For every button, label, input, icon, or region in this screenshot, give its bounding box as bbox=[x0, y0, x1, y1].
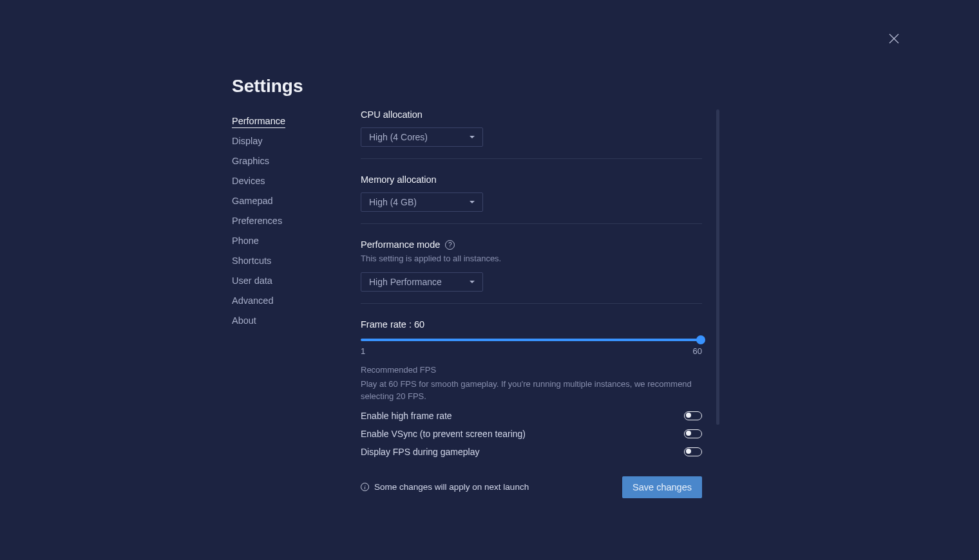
frame-rate-hint-text: Play at 60 FPS for smooth gameplay. If y… bbox=[361, 378, 702, 403]
frame-rate-min: 1 bbox=[361, 346, 365, 356]
frame-rate-slider[interactable] bbox=[361, 339, 702, 341]
frame-rate-slider-thumb[interactable] bbox=[696, 335, 705, 344]
toggle-vsync-label: Enable VSync (to prevent screen tearing) bbox=[361, 429, 526, 439]
toggle-vsync[interactable] bbox=[684, 429, 702, 438]
help-icon[interactable]: ? bbox=[445, 240, 455, 250]
sidebar-item-display[interactable]: Display bbox=[232, 131, 361, 151]
sidebar-item-gamepad[interactable]: Gamepad bbox=[232, 191, 361, 211]
performance-mode-value: High Performance bbox=[369, 277, 442, 287]
cpu-allocation-value: High (4 Cores) bbox=[369, 132, 428, 142]
scrollbar[interactable] bbox=[716, 109, 719, 425]
sidebar-item-preferences[interactable]: Preferences bbox=[232, 211, 361, 231]
performance-mode-sublabel: This setting is applied to all instances… bbox=[361, 254, 702, 263]
sidebar-item-about[interactable]: About bbox=[232, 311, 361, 331]
sidebar-item-user-data[interactable]: User data bbox=[232, 271, 361, 291]
cpu-allocation-dropdown[interactable]: High (4 Cores) bbox=[361, 127, 483, 147]
sidebar: Performance Display Graphics Devices Gam… bbox=[232, 71, 361, 498]
frame-rate-label: Frame rate : 60 bbox=[361, 319, 702, 330]
sidebar-item-graphics[interactable]: Graphics bbox=[232, 151, 361, 171]
frame-rate-max: 60 bbox=[693, 346, 702, 356]
performance-mode-dropdown[interactable]: High Performance bbox=[361, 272, 483, 292]
performance-mode-label: Performance mode ? bbox=[361, 239, 702, 250]
frame-rate-hint-title: Recommended FPS bbox=[361, 365, 702, 375]
chevron-down-icon bbox=[470, 136, 475, 138]
chevron-down-icon bbox=[470, 201, 475, 203]
cpu-allocation-label: CPU allocation bbox=[361, 109, 702, 120]
sidebar-item-devices[interactable]: Devices bbox=[232, 171, 361, 191]
chevron-down-icon bbox=[470, 281, 475, 283]
toggle-display-fps-label: Display FPS during gameplay bbox=[361, 447, 479, 457]
toggle-high-frame-label: Enable high frame rate bbox=[361, 411, 452, 421]
memory-allocation-label: Memory allocation bbox=[361, 174, 702, 185]
close-button[interactable] bbox=[889, 33, 902, 46]
sidebar-item-performance[interactable]: Performance bbox=[232, 111, 285, 128]
memory-allocation-dropdown[interactable]: High (4 GB) bbox=[361, 192, 483, 212]
sidebar-item-phone[interactable]: Phone bbox=[232, 231, 361, 251]
toggle-display-fps[interactable] bbox=[684, 447, 702, 456]
save-button[interactable]: Save changes bbox=[622, 476, 702, 498]
toggle-high-frame[interactable] bbox=[684, 411, 702, 420]
sidebar-item-advanced[interactable]: Advanced bbox=[232, 291, 361, 311]
info-icon: i bbox=[361, 483, 369, 491]
sidebar-item-shortcuts[interactable]: Shortcuts bbox=[232, 251, 361, 271]
footer-note: i Some changes will apply on next launch bbox=[361, 482, 529, 492]
memory-allocation-value: High (4 GB) bbox=[369, 197, 417, 207]
page-title: Settings bbox=[232, 76, 303, 97]
